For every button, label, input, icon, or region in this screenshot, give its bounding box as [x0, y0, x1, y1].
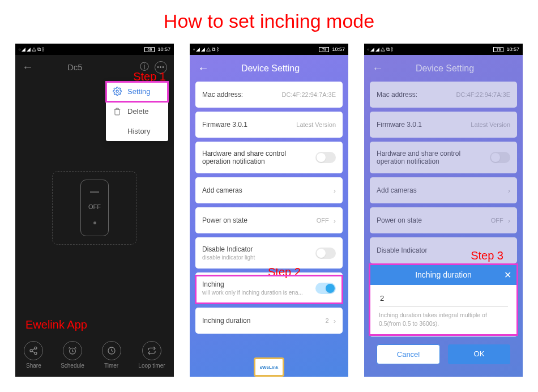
cancel-button[interactable]: Cancel — [377, 344, 440, 364]
row-add-cameras[interactable]: Add cameras › — [195, 177, 343, 203]
page-title: How to set inching mode — [0, 0, 538, 44]
row-label: Hardware and share control operation not… — [202, 150, 298, 165]
status-bar: ▫ ◢ ◢ ⧋ ⧉ ᛒ 69 10:57 — [15, 44, 174, 55]
row-value: OFF — [317, 217, 329, 224]
sim-icon: ▫ — [193, 46, 195, 52]
vo-icon: ⧉ — [386, 46, 390, 53]
bottom-tabs: Share Schedule Timer — [15, 337, 174, 377]
bt-icon: ᛒ — [216, 46, 219, 52]
row-firmware[interactable]: Firmware 3.0.1 Latest Version — [195, 112, 343, 138]
row-value: 2 — [326, 317, 329, 324]
back-icon[interactable]: ← — [22, 61, 33, 74]
bt-icon: ᛒ — [391, 46, 394, 52]
tab-label: Share — [26, 363, 41, 369]
tab-label: Timer — [104, 363, 118, 369]
signal-icon-2: ◢ — [27, 46, 31, 52]
annotation-step3-highlight — [369, 263, 518, 336]
device-title: Dc5 — [67, 62, 140, 72]
annotation-step2-highlight — [195, 275, 343, 304]
chevron-right-icon: › — [334, 317, 336, 325]
vo-icon: ⧉ — [37, 46, 41, 53]
annotation-step3: Step 3 — [471, 249, 503, 262]
toggle-off[interactable] — [315, 152, 336, 163]
settings-header: ← Device Setting — [190, 55, 348, 82]
status-bar: ▫ ◢ ◢ ⧋ ⧉ ᛒ 79 10:57 — [190, 44, 348, 55]
status-time: 10:57 — [506, 46, 519, 52]
ok-button[interactable]: OK — [448, 344, 510, 364]
status-time: 10:57 — [332, 46, 345, 52]
timer-icon — [102, 341, 121, 360]
row-label: Inching duration — [202, 317, 326, 325]
row-value: Latest Version — [296, 121, 336, 128]
power-switch[interactable]: OFF — [80, 180, 109, 236]
wifi-icon: ⧋ — [206, 46, 211, 53]
phone-3: ▫ ◢ ◢ ⧋ ⧉ ᛒ 79 10:57 ← Device Setting Ma… — [364, 44, 523, 377]
switch-bottom-mark — [93, 221, 96, 224]
status-time: 10:57 — [157, 46, 170, 52]
phone-2: ▫ ◢ ◢ ⧋ ⧉ ᛒ 79 10:57 ← Device Setting Ma… — [190, 44, 348, 377]
phones-container: ▫ ◢ ◢ ⧋ ⧉ ᛒ 69 10:57 ← Dc5 ⓘ ••• — [0, 44, 538, 377]
tab-share[interactable]: Share — [24, 341, 43, 369]
share-icon — [24, 341, 43, 360]
back-icon[interactable]: ← — [198, 62, 209, 75]
row-label: Firmware 3.0.1 — [202, 121, 296, 129]
screen-title: Device Setting — [232, 63, 309, 74]
vo-icon: ⧉ — [212, 46, 215, 53]
annotation-step1-highlight — [105, 81, 169, 103]
sim-icon: ▫ — [19, 46, 20, 52]
svg-line-4 — [32, 351, 35, 353]
tab-timer[interactable]: Timer — [102, 341, 121, 369]
svg-point-2 — [30, 350, 32, 352]
tab-loop[interactable]: Loop timer — [138, 341, 165, 369]
trash-icon — [113, 108, 122, 116]
svg-point-3 — [35, 352, 37, 354]
power-switch-panel: OFF — [52, 171, 137, 245]
battery-icon: 79 — [493, 47, 503, 52]
row-mac-address: Mac address: DC:4F:22:94:7A:3E — [195, 82, 343, 108]
row-power-on-state[interactable]: Power on state OFF › — [195, 207, 343, 233]
tab-label: Schedule — [61, 363, 84, 369]
switch-state-label: OFF — [88, 203, 101, 210]
tab-label: Loop timer — [138, 363, 165, 369]
row-value: DC:4F:22:94:7A:3E — [282, 91, 336, 98]
row-label: Disable Indicator disable indicator ligh… — [202, 245, 315, 261]
switch-top-mark — [90, 191, 99, 193]
signal-icon: ◢ — [22, 46, 25, 52]
sim-icon: ▫ — [368, 46, 369, 52]
tab-schedule[interactable]: Schedule — [61, 341, 84, 369]
signal-icon-2: ◢ — [375, 46, 379, 52]
ewelink-logo: eWeLink — [254, 357, 284, 377]
clock-icon — [63, 341, 82, 360]
row-inching-duration[interactable]: Inching duration 2 › — [195, 308, 343, 334]
menu-item-delete[interactable]: Delete — [106, 101, 168, 121]
chevron-right-icon: › — [334, 186, 336, 195]
toggle-off[interactable] — [315, 248, 336, 259]
battery-icon: 69 — [144, 47, 155, 52]
annotation-app-label: Ewelink App — [25, 318, 87, 331]
row-label: Mac address: — [202, 91, 282, 99]
battery-icon: 79 — [319, 47, 329, 52]
signal-icon-2: ◢ — [201, 46, 205, 52]
row-hw-notification[interactable]: Hardware and share control operation not… — [195, 142, 343, 173]
menu-item-history[interactable]: History — [106, 121, 168, 141]
menu-item-label: Delete — [127, 107, 149, 116]
status-bar: ▫ ◢ ◢ ⧋ ⧉ ᛒ 79 10:57 — [364, 44, 523, 55]
signal-icon: ◢ — [196, 46, 200, 52]
phone-1: ▫ ◢ ◢ ⧋ ⧉ ᛒ 69 10:57 ← Dc5 ⓘ ••• — [15, 44, 174, 377]
wifi-icon: ⧋ — [381, 46, 385, 53]
loop-icon — [142, 341, 161, 360]
bt-icon: ᛒ — [42, 46, 45, 52]
wifi-icon: ⧋ — [32, 46, 36, 53]
signal-icon: ◢ — [370, 46, 374, 52]
row-disable-indicator[interactable]: Disable Indicator disable indicator ligh… — [195, 237, 343, 269]
svg-line-5 — [32, 348, 35, 350]
chevron-right-icon: › — [334, 216, 336, 225]
row-label: Add cameras — [202, 186, 329, 194]
menu-item-label: History — [127, 127, 150, 135]
svg-point-1 — [35, 347, 37, 349]
row-label: Power on state — [202, 216, 317, 224]
